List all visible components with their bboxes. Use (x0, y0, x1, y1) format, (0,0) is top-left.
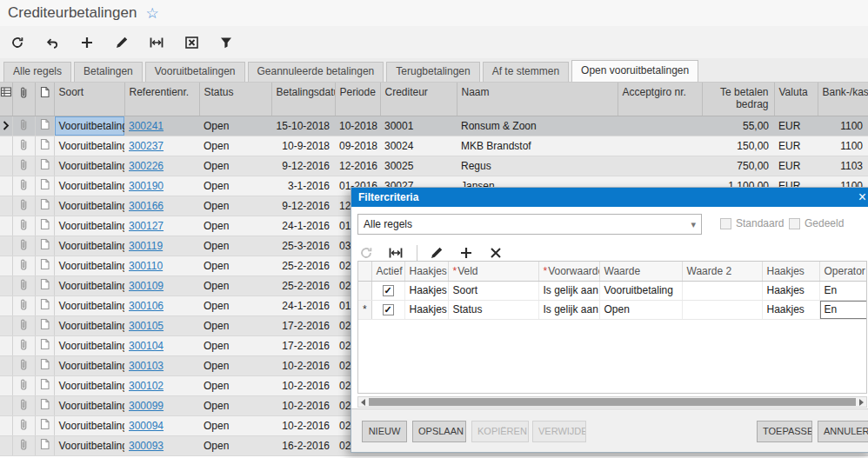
scroll-left-icon[interactable] (358, 397, 368, 407)
filter-cell-haakjes_close[interactable]: Haakjes (762, 300, 819, 319)
paperclip-icon[interactable] (12, 136, 35, 156)
cell-datum[interactable]: 24-1-2016 (271, 295, 335, 315)
filter-cell-waarde2[interactable] (682, 300, 762, 319)
note-icon[interactable] (35, 196, 54, 216)
reference-link[interactable]: 300094 (129, 420, 164, 432)
reference-link[interactable]: 300226 (129, 160, 164, 172)
filter-column-header-voorwaarde[interactable]: *Voorwaarde (538, 262, 599, 281)
reference-link[interactable]: 300237 (129, 140, 164, 152)
filter-cell-waarde[interactable]: Vooruitbetaling (599, 281, 682, 300)
cell-ref[interactable]: 300110 (124, 256, 199, 275)
cell-status[interactable]: Open (199, 355, 271, 375)
note-icon[interactable] (35, 315, 54, 335)
cell-acceptgiro[interactable] (618, 156, 702, 176)
cell-ref[interactable]: 300237 (124, 136, 199, 156)
paperclip-icon[interactable] (12, 176, 35, 196)
paperclip-icon[interactable] (12, 196, 35, 216)
cell-status[interactable]: Open (199, 435, 271, 455)
column-header-soort[interactable]: Soort (54, 83, 124, 116)
cell-status[interactable]: Open (199, 275, 271, 295)
reference-link[interactable]: 300110 (129, 260, 163, 272)
paperclip-icon[interactable] (12, 415, 35, 435)
note-icon[interactable] (35, 395, 54, 415)
cell-ref[interactable]: 300099 (124, 395, 199, 415)
cell-naam[interactable]: Regus (457, 156, 618, 176)
cell-soort[interactable]: Vooruitbetaling (54, 435, 124, 455)
reference-link[interactable]: 300166 (129, 200, 164, 212)
cell-datum[interactable]: 25-2-2016 (271, 256, 335, 275)
cell-crediteur[interactable]: 30025 (380, 156, 457, 176)
reference-link[interactable]: 300241 (129, 120, 164, 132)
paperclip-icon[interactable] (12, 375, 35, 395)
cell-bedrag[interactable]: 55,00 (702, 116, 774, 136)
filter-cell-waarde2[interactable] (682, 281, 762, 300)
cell-datum[interactable]: 3-1-2016 (271, 176, 335, 196)
cell-periode[interactable]: 10-2018 (335, 116, 380, 136)
cell-ref[interactable]: 300093 (124, 435, 199, 455)
paperclip-icon[interactable] (12, 236, 35, 256)
filter-cell-haakjes_open[interactable]: Haakjes (404, 281, 448, 300)
paperclip-icon[interactable] (12, 83, 35, 116)
cell-soort[interactable]: Vooruitbetaling (54, 176, 124, 196)
cell-status[interactable]: Open (199, 295, 271, 315)
cell-soort[interactable]: Vooruitbetaling (54, 335, 124, 355)
cell-ref[interactable]: 300226 (124, 156, 199, 176)
filter-cell-operator[interactable]: En (819, 300, 867, 319)
row-selector[interactable] (0, 176, 12, 196)
row-selector[interactable] (0, 375, 12, 395)
delete-icon[interactable] (487, 244, 504, 262)
paperclip-icon[interactable] (12, 216, 35, 236)
row-indicator-header[interactable] (358, 262, 371, 281)
row-selector[interactable] (0, 156, 12, 176)
cell-status[interactable]: Open (199, 335, 271, 355)
cell-datum[interactable]: 25-3-2016 (271, 236, 335, 256)
filter-column-header-haakjes_open[interactable]: Haakjes (404, 262, 448, 281)
cell-soort[interactable]: Vooruitbetaling (54, 136, 124, 156)
note-icon[interactable] (35, 335, 54, 355)
cell-status[interactable]: Open (199, 415, 271, 435)
paperclip-icon[interactable] (12, 335, 35, 355)
reference-link[interactable]: 300104 (129, 340, 164, 352)
tab-vooruitbetalingen[interactable]: Vooruitbetalingen (145, 62, 245, 82)
cell-soort[interactable]: Vooruitbetaling (54, 375, 124, 395)
tab-terugbetalingen[interactable]: Terugbetalingen (386, 62, 479, 82)
filter-icon[interactable] (216, 32, 237, 53)
row-selector[interactable] (0, 256, 12, 275)
cell-datum[interactable]: 16-2-2016 (271, 435, 335, 455)
column-header-crediteur[interactable]: Crediteur (380, 83, 457, 116)
reference-link[interactable]: 300127 (129, 220, 164, 232)
cell-datum[interactable]: 10-9-2018 (271, 136, 335, 156)
note-icon[interactable] (35, 176, 54, 196)
cell-status[interactable]: Open (199, 395, 271, 415)
cell-soort[interactable]: Vooruitbetaling (54, 156, 124, 176)
add-icon[interactable] (457, 244, 475, 262)
cell-status[interactable]: Open (199, 315, 271, 335)
reference-link[interactable]: 300099 (129, 400, 164, 412)
paperclip-icon[interactable] (12, 295, 35, 315)
cell-periode[interactable]: 12-2016 (335, 156, 380, 176)
cell-ref[interactable]: 300109 (124, 275, 199, 295)
note-icon[interactable] (35, 375, 54, 395)
cell-datum[interactable]: 9-12-2016 (271, 156, 335, 176)
cell-soort[interactable]: Vooruitbetaling (54, 395, 124, 415)
cell-soort[interactable]: Vooruitbetaling (54, 415, 124, 435)
row-selector[interactable] (0, 236, 12, 256)
horizontal-scrollbar[interactable] (357, 396, 867, 408)
column-header-datum[interactable]: Betalingsdatum (271, 83, 335, 116)
cell-crediteur[interactable]: 30001 (380, 116, 457, 136)
cell-soort[interactable]: Vooruitbetaling (54, 236, 124, 256)
cell-bank[interactable]: 1100 (818, 136, 868, 156)
nieuw-button[interactable]: NIEUW (362, 421, 407, 442)
paperclip-icon[interactable] (12, 256, 35, 275)
filter-cell-haakjes_close[interactable]: Haakjes (762, 281, 819, 300)
cell-ref[interactable]: 300102 (124, 375, 199, 395)
note-icon[interactable] (35, 275, 54, 295)
paperclip-icon[interactable] (12, 315, 35, 335)
scrollbar-thumb[interactable] (369, 398, 856, 406)
reference-link[interactable]: 300105 (129, 320, 164, 332)
cell-ref[interactable]: 300127 (124, 216, 199, 236)
column-header-naam[interactable]: Naam (457, 83, 618, 116)
cell-datum[interactable]: 25-2-2016 (271, 275, 335, 295)
row-selector[interactable] (0, 415, 12, 435)
cell-ref[interactable]: 300166 (124, 196, 199, 216)
